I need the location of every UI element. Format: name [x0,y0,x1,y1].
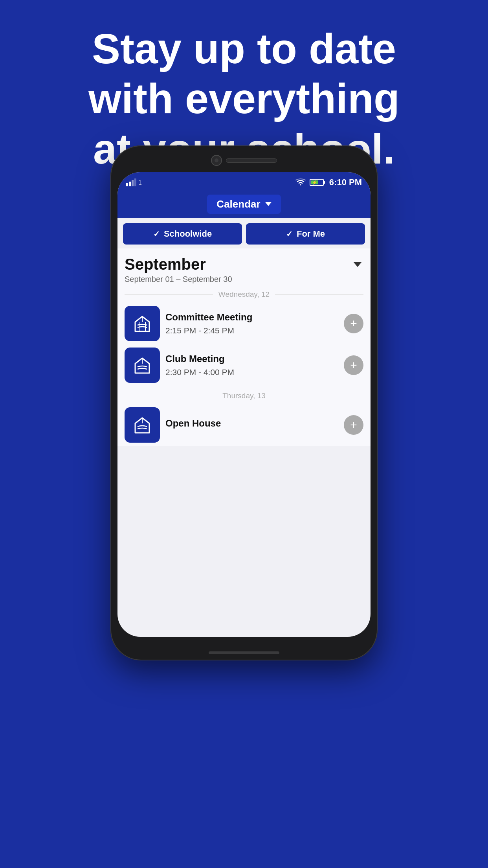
time-display: 6:10 PM [329,177,362,188]
tab-schoolwide[interactable]: ✓ Schoolwide [123,223,242,245]
event-info-club: Club Meeting 2:30 PM - 4:00 PM [165,353,338,377]
front-camera [211,155,222,166]
event-icon-committee [125,306,160,341]
event-title-club: Club Meeting [165,353,338,364]
svg-rect-2 [132,180,134,186]
event-title-committee: Committee Meeting [165,312,338,323]
add-button-committee[interactable]: + [344,314,363,333]
book-icon-2 [132,355,152,375]
event-item-club: Club Meeting 2:30 PM - 4:00 PM + [125,344,363,386]
month-range: September 01 – September 30 [125,275,363,284]
signal-icon [126,178,136,186]
check-forme-icon: ✓ [286,229,293,239]
phone-shell: 1 ⚡ [110,145,378,660]
check-schoolwide-icon: ✓ [153,229,160,239]
event-item-openhouse: Open House + [125,404,363,446]
event-time-club: 2:30 PM - 4:00 PM [165,368,338,377]
month-header[interactable]: September [125,256,363,273]
wifi-icon [295,178,306,186]
day-divider-thu: Thursday, 13 [125,392,363,400]
event-icon-openhouse [125,407,160,443]
book-icon-3 [132,415,152,435]
day-divider-wed: Wednesday, 12 [125,290,363,299]
event-info-openhouse: Open House [165,418,338,432]
month-dropdown-arrow [353,262,362,267]
tab-schoolwide-label: Schoolwide [164,229,212,239]
day-label-wed: Wednesday, 12 [218,290,270,299]
phone-top-notch [211,155,277,166]
book-icon [132,313,152,334]
home-indicator [209,651,279,654]
svg-rect-1 [129,182,131,186]
filter-tabs: ✓ Schoolwide ✓ For Me [117,218,371,248]
app-header: Calendar [117,193,371,218]
add-button-openhouse[interactable]: + [344,415,363,435]
event-time-committee: 2:15 PM - 2:45 PM [165,326,338,335]
month-title: September [125,256,206,273]
event-item: Committee Meeting 2:15 PM - 2:45 PM + [125,303,363,344]
event-icon-club [125,348,160,383]
svg-rect-0 [126,183,128,186]
add-button-club[interactable]: + [344,355,363,375]
day-label-thu: Thursday, 13 [222,392,265,400]
calendar-title: Calendar [216,198,260,210]
tab-for-me[interactable]: ✓ For Me [246,223,365,245]
status-right: ⚡ 6:10 PM [295,177,362,188]
signal-area: 1 [126,178,142,186]
event-info-committee: Committee Meeting 2:15 PM - 2:45 PM [165,312,338,335]
calendar-dropdown[interactable]: Calendar [207,195,281,214]
svg-rect-3 [134,178,136,186]
signal-bar-indicator: 1 [138,179,142,186]
phone-container: 1 ⚡ [110,145,378,660]
battery-icon: ⚡ [310,179,324,186]
tab-for-me-label: For Me [297,229,325,239]
calendar-content: September September 01 – September 30 We… [117,248,371,446]
phone-speaker [226,158,277,163]
event-title-openhouse: Open House [165,418,338,429]
status-bar: 1 ⚡ [117,172,371,193]
chevron-down-icon [265,202,272,206]
phone-screen: 1 ⚡ [117,172,371,637]
